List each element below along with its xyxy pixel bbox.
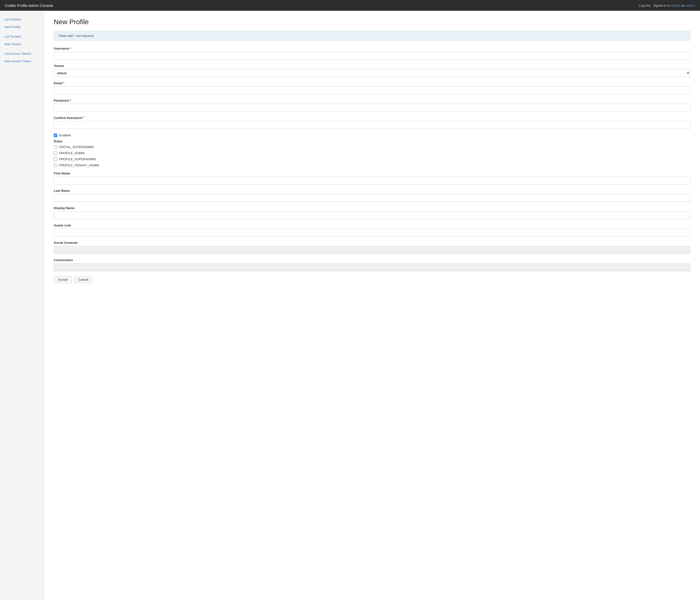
last-name-group: Last Name xyxy=(54,189,690,202)
tenant-select[interactable]: default xyxy=(54,69,690,77)
connections-input[interactable] xyxy=(54,264,690,271)
role-profile-superadmin-label: PROFILE_SUPERADMIN xyxy=(59,157,96,161)
signed-in-text: Signed in to default as: admin xyxy=(653,4,695,7)
header: Crafter Profile Admin Console Log Out Si… xyxy=(0,0,700,11)
connections-group: Connections xyxy=(54,258,690,271)
display-name-group: Display Name xyxy=(54,206,690,219)
tenant-label: Tenant xyxy=(54,64,690,68)
accept-button[interactable]: Accept xyxy=(54,276,72,283)
user-link[interactable]: admin xyxy=(686,4,695,7)
sidebar-item-new-profile[interactable]: New Profile xyxy=(0,23,44,31)
app-title: Crafter Profile Admin Console xyxy=(5,3,53,7)
role-social-superadmin-row: SOCIAL_SUPERADMIN xyxy=(54,145,690,149)
role-profile-tenant-admin-checkbox[interactable] xyxy=(54,164,57,167)
password-input[interactable] xyxy=(54,104,690,111)
email-label: Email * xyxy=(54,81,690,85)
email-group: Email * xyxy=(54,81,690,94)
layout: List Profiles New Profile List Tenants N… xyxy=(0,11,700,600)
role-profile-admin-checkbox[interactable] xyxy=(54,151,57,155)
tenant-group: Tenant default xyxy=(54,64,690,77)
confirm-password-input[interactable] xyxy=(54,121,690,129)
username-input[interactable] xyxy=(54,52,690,59)
first-name-input[interactable] xyxy=(54,177,690,184)
sidebar-item-list-access-tokens[interactable]: List Access Tokens xyxy=(0,50,44,57)
sidebar-profiles-section: List Profiles New Profile xyxy=(0,16,44,31)
sidebar: List Profiles New Profile List Tenants N… xyxy=(0,11,44,600)
social-contexts-group: Social Contexts xyxy=(54,241,690,254)
confirm-password-group: Confirm Password * xyxy=(54,116,690,129)
first-name-label: First Name xyxy=(54,172,690,175)
cancel-button[interactable]: Cancel xyxy=(74,276,92,283)
password-group: Password * xyxy=(54,99,690,111)
role-profile-superadmin-checkbox[interactable] xyxy=(54,157,57,161)
first-name-group: First Name xyxy=(54,172,690,184)
confirm-password-label: Confirm Password * xyxy=(54,116,690,120)
avatar-link-label: Avatar Link xyxy=(54,224,690,227)
role-profile-tenant-admin-label: PROFILE_TENANT_ADMIN xyxy=(59,164,99,167)
password-label: Password * xyxy=(54,99,690,102)
role-profile-admin-row: PROFILE_ADMIN xyxy=(54,151,690,155)
avatar-link-group: Avatar Link xyxy=(54,224,690,236)
sidebar-tenants-section: List Tenants New Tenant xyxy=(0,33,44,48)
display-name-label: Display Name xyxy=(54,206,690,210)
enabled-label[interactable]: Enabled xyxy=(59,133,71,137)
connections-label: Connections xyxy=(54,258,690,262)
sidebar-item-list-tenants[interactable]: List Tenants xyxy=(0,33,44,40)
page-title: New Profile xyxy=(54,18,690,26)
sidebar-item-list-profiles[interactable]: List Profiles xyxy=(0,16,44,23)
role-profile-tenant-admin-row: PROFILE_TENANT_ADMIN xyxy=(54,164,690,167)
main-content: New Profile Fields with * are required U… xyxy=(44,11,700,600)
role-social-superadmin-checkbox[interactable] xyxy=(54,145,57,149)
avatar-link-input[interactable] xyxy=(54,229,690,236)
enabled-checkbox[interactable] xyxy=(54,134,57,137)
last-name-label: Last Name xyxy=(54,189,690,193)
sidebar-item-new-access-token[interactable]: New Access Token xyxy=(0,57,44,65)
tenant-link[interactable]: default xyxy=(671,4,680,7)
roles-label: Roles xyxy=(54,140,690,143)
username-label: Username * xyxy=(54,47,690,50)
sidebar-item-new-tenant[interactable]: New Tenant xyxy=(0,40,44,48)
social-contexts-label: Social Contexts xyxy=(54,241,690,245)
roles-group: Roles SOCIAL_SUPERADMIN PROFILE_ADMIN PR… xyxy=(54,140,690,167)
social-contexts-input[interactable] xyxy=(54,246,690,254)
last-name-input[interactable] xyxy=(54,194,690,202)
role-profile-admin-label: PROFILE_ADMIN xyxy=(59,151,85,155)
info-banner: Fields with * are required xyxy=(54,31,690,41)
sidebar-tokens-section: List Access Tokens New Access Token xyxy=(0,50,44,65)
username-group: Username * xyxy=(54,47,690,59)
enabled-row: Enabled xyxy=(54,133,690,137)
button-row: Accept Cancel xyxy=(54,276,690,283)
role-social-superadmin-label: SOCIAL_SUPERADMIN xyxy=(59,145,94,149)
display-name-input[interactable] xyxy=(54,211,690,219)
logout-button[interactable]: Log Out xyxy=(639,4,650,7)
role-profile-superadmin-row: PROFILE_SUPERADMIN xyxy=(54,157,690,161)
header-right: Log Out Signed in to default as: admin xyxy=(639,4,695,7)
email-input[interactable] xyxy=(54,86,690,94)
